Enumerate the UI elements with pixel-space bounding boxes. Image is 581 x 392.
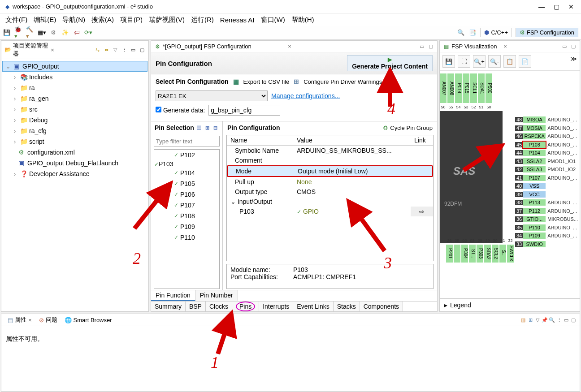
max-icon[interactable]: ▢ [139, 46, 146, 53]
max-icon[interactable]: ▢ [427, 43, 434, 50]
chip-pin-row[interactable]: 48MISOAARDUINO_... [515, 116, 578, 124]
chip-pin-row[interactable]: 45P103ARDUINO_... [515, 141, 578, 149]
generate-data-checkbox[interactable]: Generate data: [156, 107, 205, 114]
config-tab-title[interactable]: *[GPIO_output] FSP Configuration [163, 43, 286, 50]
perspective-cpp[interactable]: ⬢C/C++ [480, 28, 512, 37]
explorer-close[interactable]: × [51, 47, 54, 53]
search-icon[interactable]: 🔍 [548, 316, 555, 323]
paste-icon[interactable]: 📄 [519, 55, 531, 68]
perspective-fsp[interactable]: ⚙FSP Configuration [516, 28, 578, 37]
chip-pin[interactable]: ARDUINP50050 [486, 73, 492, 103]
chip-pin-row[interactable]: 39VCC [515, 190, 578, 199]
chip-pin[interactable]: ARDUINAN00855 [447, 73, 454, 103]
tree-root[interactable]: ⌄▣GPIO_output [2, 61, 147, 72]
menu-help[interactable]: 帮助(H) [289, 15, 317, 25]
pin-row[interactable]: ✓P108 [154, 211, 219, 221]
menu-renesas-ai[interactable]: Renesas AI [217, 15, 257, 25]
warning-icon[interactable]: ⊞ [294, 78, 299, 85]
chip-pin-row[interactable]: 35P110ARDUINO_... [515, 224, 578, 232]
chip-pin[interactable]: ARDUINAN00756 [440, 73, 447, 103]
collapse-icon[interactable]: ⇆ [94, 46, 101, 53]
open-persp-icon[interactable]: 📑 [468, 29, 477, 37]
chip-pin[interactable]: 26P201 [446, 245, 453, 263]
quick-access-icon[interactable]: 🔍 [457, 29, 465, 37]
tag-icon[interactable]: 🏷 [73, 29, 81, 37]
tab-clocks[interactable]: Clocks [206, 302, 232, 311]
tab-bsp[interactable]: BSP [186, 302, 206, 311]
chip-pin-row[interactable]: 41P107ARDUINO_... [515, 174, 578, 182]
link-arrow-button[interactable]: ⇨ [411, 207, 433, 216]
tree-icon[interactable]: ⊞ [527, 316, 534, 323]
tab-components[interactable]: Components [360, 302, 403, 311]
tool-icon[interactable]: ▦▾ [38, 29, 46, 37]
export-csv-link[interactable]: Export to CSV file [243, 78, 290, 85]
chip-pin-row[interactable]: 34P109ARDUINO_... [515, 232, 578, 240]
chip-pin-row[interactable]: 33SWDIO [515, 240, 578, 249]
menu-edit[interactable]: 编辑(E) [31, 15, 59, 25]
maximize-button[interactable]: ▢ [554, 3, 559, 10]
chip-pin[interactable]: 30SCL2 [492, 245, 499, 263]
tree-item[interactable]: ›📁src [2, 104, 147, 115]
vis-close[interactable]: × [503, 43, 507, 50]
pin-list[interactable]: ✓P102 ✓P103 ✓P104 ✓P105 ✓P106 ✓P107 ✓P10… [154, 149, 220, 289]
tab-pin-number[interactable]: Pin Number [195, 290, 238, 301]
zoom-out-icon[interactable]: 🔍- [488, 55, 501, 68]
tab-problems[interactable]: ⊘问题 [35, 315, 61, 325]
wand-icon[interactable]: ✨ [61, 29, 69, 37]
chip-pin-row[interactable]: 40VSS [515, 182, 578, 190]
list-icon[interactable]: ☰ [195, 124, 203, 131]
min-icon[interactable]: ▭ [561, 43, 568, 50]
menu-project[interactable]: 项目(P) [117, 15, 145, 25]
tree-item[interactable]: ›📁ra_cfg [2, 125, 147, 136]
expand-icon[interactable]: ⊞ [204, 124, 211, 131]
pin-icon[interactable]: 📌 [541, 316, 548, 323]
chip-visualization[interactable]: ARDUINAN00756ARDUINAN00855USER_SVP01454G… [440, 71, 580, 298]
tree-file[interactable]: ▣GPIO_output Debug_Flat.launch [2, 158, 147, 168]
chip-pin-row[interactable]: 46RSPCKAARDUINO_... [515, 132, 578, 141]
zoom-in-icon[interactable]: 🔍+ [473, 55, 486, 68]
tab-pin-function[interactable]: Pin Function [151, 290, 195, 301]
tree-item[interactable]: ›❓Developer Assistance [2, 168, 147, 179]
close-button[interactable]: ✕ [568, 3, 574, 10]
mode-row[interactable]: ModeOutput mode (Initial Low) [227, 165, 433, 177]
board-select[interactable]: RA2E1 EK [156, 90, 268, 101]
copy-icon[interactable]: 📋 [503, 55, 516, 68]
tree-file[interactable]: ⚙configuration.xml [2, 147, 147, 158]
menu-search[interactable]: 搜索(A) [89, 15, 117, 25]
export-csv-icon[interactable]: ▦ [233, 78, 239, 85]
max-icon[interactable]: ▢ [570, 316, 577, 323]
menu-icon[interactable]: ⋮ [121, 46, 128, 53]
tab-smart-browser[interactable]: 🌐Smart Browser [61, 316, 116, 324]
tab-summary[interactable]: Summary [151, 302, 186, 311]
menu-renesas-view[interactable]: 瑞萨视图(V) [146, 15, 187, 25]
pin-row[interactable]: ✓P102 [154, 150, 219, 160]
tool-icon[interactable]: ▥ [520, 316, 527, 323]
more-icon[interactable]: ≫ [570, 55, 577, 68]
chip-pin[interactable]: 02P304 [461, 245, 468, 263]
chip-pin-row[interactable]: 36GTIO...MIKROBUS... [515, 215, 578, 224]
chip-pin[interactable]: USER_SVP01454 [455, 73, 462, 103]
zoom-fit-icon[interactable]: ⛶ [458, 55, 470, 68]
chip-pin[interactable]: 32SWCLK [507, 245, 514, 263]
generate-project-content-button[interactable]: ▶ Generate Project Content [347, 55, 433, 71]
pin-row[interactable]: ✓P104 [154, 168, 219, 178]
chip-pin-row[interactable]: 37P112ARDUINO_... [515, 207, 578, 215]
cycle-pin-group[interactable]: ♻Cycle Pin Group [383, 125, 433, 131]
chip-pin-row[interactable]: 44P104ARDUINO_... [515, 149, 578, 157]
pin-property-table[interactable]: Name Value Link Symbolic NameARDUINO_SS_… [226, 135, 434, 261]
chip-pin[interactable]: SDA151 [478, 73, 485, 103]
tab-properties[interactable]: ▤属性 × [4, 315, 35, 325]
pin-row[interactable]: ✓P109 [154, 221, 219, 232]
tree-item[interactable]: ›📚Includes [2, 72, 147, 82]
configure-warnings-link[interactable]: Configure Pin Driver Warnings [304, 78, 382, 85]
chip-pin[interactable]: GROVE2SCL152 [470, 73, 477, 103]
chip-pin[interactable]: GROVE2P01553 [463, 73, 469, 103]
save-icon[interactable]: 💾 [3, 29, 11, 37]
config-tab-close[interactable]: × [288, 43, 291, 50]
chip-pin-row[interactable]: 38P113ARDUINO_... [515, 198, 578, 207]
refresh-icon[interactable]: ⟳▾ [84, 29, 92, 37]
tree-item[interactable]: ›📁ra [2, 82, 147, 93]
debug-icon[interactable]: 🐞▾ [14, 29, 22, 37]
build-icon[interactable]: 🔨▾ [26, 29, 34, 37]
chip-pin[interactable]: 25 [454, 245, 460, 263]
